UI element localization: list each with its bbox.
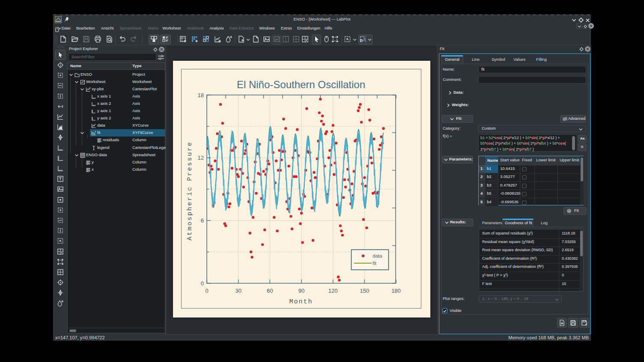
svg-text:1: 1 [364, 37, 367, 42]
svg-text:Atmospheric Pressure: Atmospheric Pressure [186, 141, 194, 240]
svg-text:120: 120 [328, 288, 338, 294]
svg-text:150: 150 [360, 288, 369, 294]
svg-text:90: 90 [298, 288, 304, 294]
svg-text:12: 12 [198, 154, 204, 161]
svg-text:30: 30 [235, 288, 241, 294]
svg-text:60: 60 [267, 288, 273, 294]
svg-text:El Niño-Southern Oscillation: El Niño-Southern Oscillation [237, 79, 365, 90]
svg-text:6: 6 [201, 217, 204, 224]
svg-text:fit: fit [373, 261, 377, 266]
svg-text:0: 0 [201, 280, 204, 287]
svg-text:180: 180 [391, 288, 401, 294]
svg-text:0: 0 [205, 288, 208, 294]
svg-text:data: data [373, 253, 382, 258]
svg-text:Month: Month [289, 298, 313, 306]
svg-text:18: 18 [198, 92, 204, 98]
